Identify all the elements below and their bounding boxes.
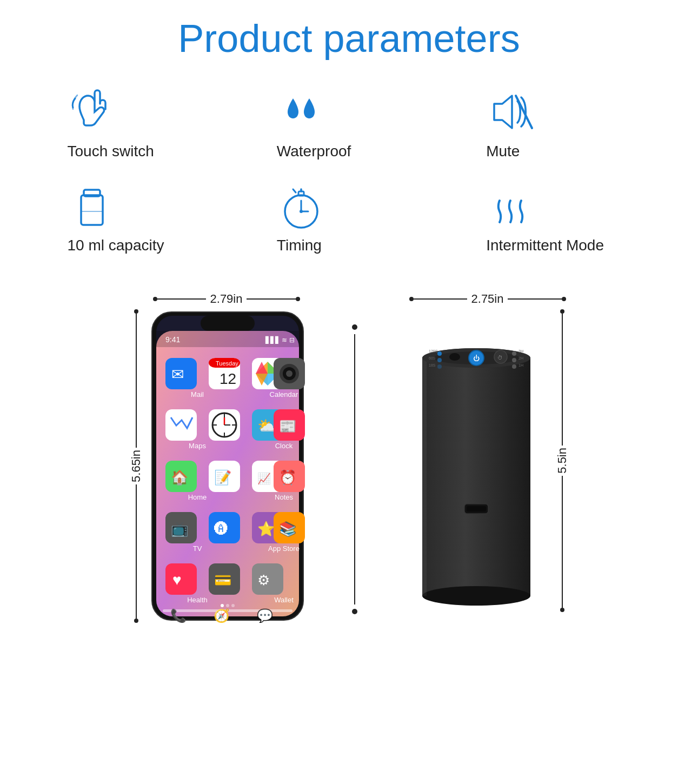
svg-text:Calendar: Calendar xyxy=(269,390,298,398)
svg-point-88 xyxy=(231,604,235,607)
phone-width-label: 2.79in xyxy=(206,292,247,306)
svg-text:Health: Health xyxy=(187,596,208,604)
svg-line-8 xyxy=(293,189,296,192)
capacity-label: 10 ml capacity xyxy=(68,237,164,254)
svg-point-111 xyxy=(512,364,516,369)
diffuser-image: ⏻ ⏱ 120S 60S 18S 3H 2H 1H xyxy=(401,309,552,612)
svg-text:12: 12 xyxy=(220,370,236,387)
svg-text:Clock: Clock xyxy=(275,442,293,450)
mute-icon xyxy=(486,88,535,136)
svg-text:Maps: Maps xyxy=(189,442,206,450)
phone-width-line xyxy=(157,298,206,300)
svg-point-94 xyxy=(422,586,530,606)
diffuser-height-dot-top xyxy=(560,309,564,314)
svg-point-98 xyxy=(449,353,460,361)
phone-width-dot-left xyxy=(153,297,157,301)
intermittent-label: Intermittent Mode xyxy=(486,237,604,254)
svg-rect-95 xyxy=(422,358,427,596)
svg-text:3H: 3H xyxy=(518,349,523,353)
mute-label: Mute xyxy=(486,143,520,160)
svg-text:♥: ♥ xyxy=(172,572,182,588)
svg-text:120S: 120S xyxy=(429,349,438,353)
wave-icon xyxy=(486,182,535,230)
svg-point-11 xyxy=(300,210,303,213)
svg-text:📺: 📺 xyxy=(171,520,189,537)
svg-text:🅐: 🅐 xyxy=(214,521,228,537)
svg-rect-93 xyxy=(422,358,530,596)
svg-text:⭐: ⭐ xyxy=(257,520,275,537)
center-dot-bot xyxy=(352,609,357,614)
svg-rect-14 xyxy=(201,316,255,331)
svg-rect-35 xyxy=(165,409,197,441)
svg-text:📞: 📞 xyxy=(170,608,187,623)
svg-text:📚: 📚 xyxy=(279,520,297,537)
svg-point-87 xyxy=(226,604,229,607)
phone-image: 9:41 ▋▋▋ ≋ ⊟ ✉ Mail Tuesday 12 Calendar xyxy=(147,309,309,623)
svg-text:🧭: 🧭 xyxy=(214,608,230,623)
svg-text:⛅: ⛅ xyxy=(257,417,276,435)
svg-rect-2 xyxy=(81,195,103,225)
svg-text:📝: 📝 xyxy=(214,469,232,486)
phone-width-line2 xyxy=(247,298,295,300)
svg-text:⏱: ⏱ xyxy=(497,355,503,361)
features-grid: Touch switch Waterproof Mute xyxy=(35,82,663,265)
svg-text:📰: 📰 xyxy=(279,417,297,435)
svg-text:🏠: 🏠 xyxy=(171,469,189,486)
diffuser-height-dot-bot xyxy=(560,608,564,612)
svg-text:Mail: Mail xyxy=(191,390,204,398)
bottle-icon xyxy=(68,182,116,230)
svg-text:💳: 💳 xyxy=(214,572,232,589)
page-title: Product parameters xyxy=(0,0,698,82)
phone-height-line-bot xyxy=(136,484,137,619)
svg-point-104 xyxy=(437,358,442,362)
svg-text:9:41: 9:41 xyxy=(165,335,180,344)
waterproof-label: Waterproof xyxy=(277,143,351,160)
svg-text:Wallet: Wallet xyxy=(274,596,294,604)
phone-height-label: 5.65in xyxy=(129,448,143,484)
diffuser-height-line-top xyxy=(562,314,563,446)
phone-dim-item: 2.79in 5.65in xyxy=(129,292,309,623)
svg-point-103 xyxy=(437,351,442,356)
svg-point-105 xyxy=(437,364,442,369)
svg-text:💬: 💬 xyxy=(257,608,273,623)
phone-width-dot-right xyxy=(296,297,300,301)
phone-height-line-top xyxy=(136,314,137,448)
dimensions-section: 2.79in 5.65in xyxy=(0,270,698,645)
svg-text:📈: 📈 xyxy=(257,472,271,485)
center-line xyxy=(354,334,355,604)
diffuser-height-line-bot xyxy=(562,476,563,608)
svg-text:1H: 1H xyxy=(518,363,523,367)
diffuser-height-label: 5.5in xyxy=(555,446,569,476)
phone-height-dot-top xyxy=(134,309,138,314)
svg-text:⚙: ⚙ xyxy=(257,572,270,588)
svg-text:▋▋▋ ≋ ⊟: ▋▋▋ ≋ ⊟ xyxy=(265,336,295,344)
svg-text:App Store: App Store xyxy=(268,544,300,553)
feature-waterproof: Waterproof xyxy=(244,82,454,171)
svg-text:⏰: ⏰ xyxy=(279,469,297,486)
diffuser-width-line xyxy=(414,298,467,300)
diffuser-width-dot-right xyxy=(562,297,566,301)
feature-timing: Timing xyxy=(244,176,454,265)
svg-text:60S: 60S xyxy=(429,356,436,360)
feature-mute: Mute xyxy=(454,82,663,171)
svg-text:⏻: ⏻ xyxy=(473,355,480,362)
water-icon xyxy=(277,88,325,136)
svg-text:✉: ✉ xyxy=(171,366,184,383)
phone-height-dot-bot xyxy=(134,619,138,623)
svg-point-109 xyxy=(512,351,516,356)
svg-rect-116 xyxy=(467,506,486,511)
svg-text:2H: 2H xyxy=(518,356,523,360)
svg-text:Notes: Notes xyxy=(275,493,293,501)
svg-point-33 xyxy=(286,370,293,377)
center-dot xyxy=(352,324,357,330)
diffuser-width-line2 xyxy=(508,298,561,300)
feature-touch-switch: Touch switch xyxy=(35,82,244,171)
touch-icon xyxy=(68,88,116,136)
timing-label: Timing xyxy=(277,237,322,254)
diffuser-width-label: 2.75in xyxy=(467,292,508,306)
timer-icon xyxy=(277,182,325,230)
svg-text:Home: Home xyxy=(188,493,207,501)
svg-marker-0 xyxy=(494,96,512,128)
diffuser-dim-item: 2.75in xyxy=(401,292,569,612)
svg-point-110 xyxy=(512,358,516,362)
